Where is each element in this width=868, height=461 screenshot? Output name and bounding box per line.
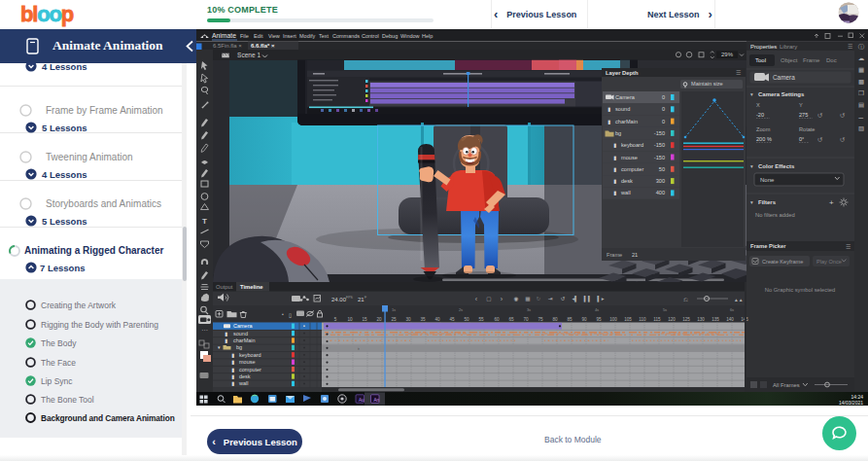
svg-text:-150: -150 (654, 130, 665, 136)
svg-text:▍▍: ▍▍ (583, 295, 593, 302)
svg-text:55: 55 (478, 317, 484, 322)
svg-text:Edit: Edit (254, 33, 263, 39)
svg-text:▤: ▤ (858, 101, 864, 108)
svg-text:6.5Fin.fla ×: 6.5Fin.fla × (213, 43, 242, 49)
svg-text:▮: ▮ (613, 155, 616, 160)
svg-text:-20: -20 (756, 112, 764, 118)
svg-text:2s: 2s (459, 307, 463, 312)
svg-text:10: 10 (347, 317, 353, 322)
svg-text:Doc: Doc (826, 57, 837, 63)
svg-text:⎌: ⎌ (683, 297, 688, 302)
svg-text:24.00: 24.00 (331, 297, 347, 302)
svg-text:Rotate: Rotate (799, 126, 815, 132)
svg-text:-150: -150 (654, 155, 665, 160)
svg-text:▮: ▮ (608, 119, 610, 124)
svg-text:20: 20 (376, 317, 382, 322)
svg-text:desk: desk (621, 178, 633, 184)
svg-text:14/03/2021: 14/03/2021 (839, 400, 863, 406)
svg-text:mouse: mouse (621, 155, 638, 160)
svg-text:50: 50 (659, 166, 665, 172)
svg-text:0: 0 (662, 119, 665, 124)
svg-text:▮: ▮ (613, 190, 616, 195)
svg-text:85: 85 (567, 317, 573, 322)
svg-text:bg: bg (615, 130, 621, 136)
svg-text:Frame: Frame (607, 252, 622, 258)
svg-text:☰: ☰ (846, 244, 851, 250)
svg-text:No Graphic symbol selected: No Graphic symbol selected (765, 287, 836, 293)
svg-text:Control: Control (362, 33, 379, 39)
svg-text:Au: Au (359, 398, 365, 403)
svg-text:sound: sound (233, 331, 248, 337)
svg-text:▾: ▾ (750, 199, 753, 205)
svg-text:⇥: ⇥ (548, 296, 553, 301)
svg-text:↻: ↻ (537, 296, 541, 301)
svg-text:6.6.fla* ×: 6.6.fla* × (251, 43, 275, 49)
svg-text:29%: 29% (721, 52, 734, 57)
svg-text:21: 21 (632, 252, 638, 258)
svg-text:desk: desk (239, 373, 251, 379)
svg-text:115: 115 (653, 317, 661, 322)
svg-text:▮: ▮ (613, 166, 616, 172)
svg-text:↺: ↺ (561, 296, 566, 301)
svg-text:mouse: mouse (239, 359, 256, 365)
svg-text:0: 0 (662, 106, 665, 112)
svg-text:▮: ▮ (613, 178, 616, 184)
svg-text:Zoom: Zoom (756, 126, 771, 132)
svg-text:Help: Help (422, 33, 433, 39)
svg-text:charMain: charMain (615, 119, 638, 124)
svg-text:Frame Picker: Frame Picker (750, 243, 786, 249)
svg-text:Commands: Commands (332, 33, 360, 39)
svg-text:65: 65 (508, 317, 514, 322)
svg-text:Modify: Modify (299, 33, 315, 39)
svg-text:Window: Window (400, 33, 420, 39)
svg-text:70: 70 (523, 317, 529, 322)
svg-text:105: 105 (624, 317, 632, 322)
svg-text:keyboard: keyboard (621, 142, 643, 148)
svg-text:Camera: Camera (615, 94, 636, 100)
svg-text:▍▸: ▍▸ (596, 295, 604, 302)
svg-text:▯: ▯ (289, 312, 292, 318)
svg-text:▮: ▮ (608, 106, 610, 112)
svg-text:35: 35 (420, 317, 426, 322)
svg-text:charMain: charMain (233, 337, 256, 343)
svg-text:5s: 5s (663, 307, 667, 312)
svg-text:Animate: Animate (212, 32, 236, 39)
svg-text:View: View (268, 33, 280, 39)
svg-text:60: 60 (494, 317, 500, 322)
svg-text:3s: 3s (527, 307, 531, 312)
svg-text:0: 0 (662, 94, 665, 100)
svg-text:▩: ▩ (858, 78, 864, 85)
svg-text:100: 100 (609, 317, 617, 322)
svg-text:4s: 4s (595, 307, 599, 312)
svg-text:Library: Library (780, 44, 797, 50)
svg-text:No filters added: No filters added (755, 212, 795, 218)
svg-text:▮: ▮ (231, 359, 234, 365)
svg-text:Timeline: Timeline (240, 284, 263, 290)
svg-text:▮: ▮ (225, 337, 227, 343)
svg-text:▮: ▮ (231, 380, 234, 386)
svg-text:1s: 1s (392, 307, 396, 312)
svg-text:275: 275 (799, 112, 808, 118)
svg-text:130: 130 (697, 317, 705, 322)
svg-text:wall: wall (620, 190, 631, 195)
svg-text:☰: ☰ (848, 44, 852, 50)
svg-text:Camera: Camera (233, 323, 254, 329)
svg-text:Text: Text (319, 33, 330, 39)
svg-text:Output: Output (216, 284, 233, 290)
svg-text:15: 15 (362, 317, 367, 322)
svg-text:Camera: Camera (773, 74, 795, 81)
svg-text:45: 45 (449, 317, 455, 322)
svg-text:140: 140 (726, 317, 734, 322)
svg-text:Object: Object (781, 57, 798, 63)
svg-text:❒: ❒ (858, 89, 864, 96)
svg-text:Create Keyframe: Create Keyframe (762, 259, 803, 265)
svg-text:120: 120 (668, 317, 676, 322)
svg-text:Y: Y (799, 102, 803, 108)
svg-text:☰: ☰ (736, 70, 741, 76)
svg-text:▮: ▮ (231, 352, 234, 358)
svg-text:75: 75 (538, 317, 543, 322)
svg-text:All Frames: All Frames (773, 382, 800, 388)
svg-text:keyboard: keyboard (239, 352, 261, 358)
svg-text:computer: computer (621, 166, 643, 172)
svg-text:Maintain size: Maintain size (691, 81, 723, 87)
